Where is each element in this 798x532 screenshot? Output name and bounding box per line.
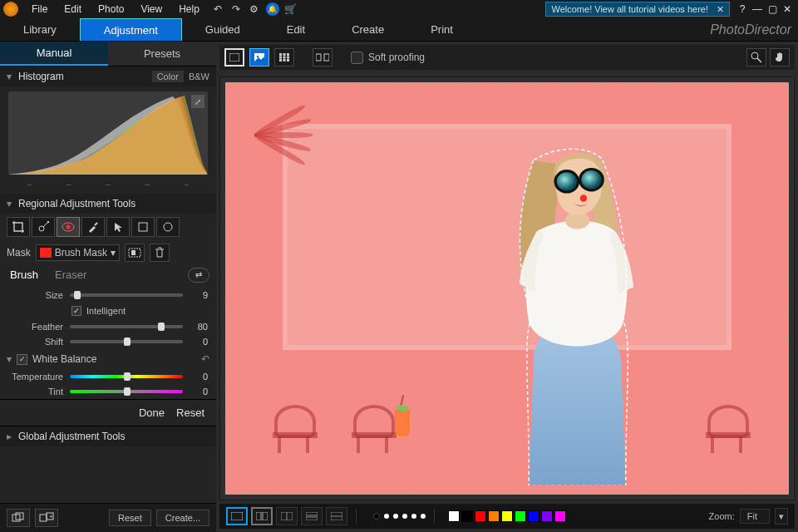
histogram-mode-bw[interactable]: B&W — [189, 71, 209, 81]
image-canvas[interactable] — [219, 76, 795, 500]
mask-name: Brush Mask — [55, 247, 107, 259]
view-single-icon[interactable] — [224, 48, 244, 66]
mask-invert-icon[interactable] — [125, 244, 145, 262]
maximize-button[interactable]: ▢ — [765, 2, 780, 17]
section-regional-tools[interactable]: ▾ Regional Adjustment Tools — [0, 194, 216, 214]
reset-button[interactable]: Reset — [176, 406, 204, 419]
menu-help[interactable]: Help — [170, 3, 208, 15]
tool-redeye[interactable] — [57, 217, 80, 237]
global-title: Global Adjustment Tools — [18, 431, 126, 442]
size-slider[interactable] — [70, 293, 183, 297]
view-grid-icon[interactable] — [274, 48, 294, 66]
menu-photo[interactable]: Photo — [90, 3, 132, 15]
svg-point-31 — [580, 195, 587, 201]
view-image-icon[interactable] — [249, 48, 269, 66]
pan-tool-icon[interactable] — [770, 48, 790, 66]
svg-rect-16 — [279, 53, 282, 56]
tool-gradient-radial[interactable] — [156, 217, 180, 237]
tab-eraser[interactable]: Eraser — [52, 267, 90, 283]
tool-gradient-linear[interactable] — [131, 217, 155, 237]
menu-view[interactable]: View — [132, 3, 170, 15]
nav-edit[interactable]: Edit — [264, 18, 328, 41]
done-button[interactable]: Done — [139, 406, 165, 419]
tool-select[interactable] — [106, 217, 130, 237]
white-balance-checkbox[interactable]: ✓ — [17, 354, 27, 365]
histogram-graph: ⤢ — [8, 91, 208, 175]
section-white-balance[interactable]: ▾ ✓ White Balance ↶ — [0, 349, 216, 369]
nav-print[interactable]: Print — [407, 18, 476, 41]
svg-rect-25 — [316, 54, 321, 61]
zoom-chevron-icon[interactable]: ▾ — [775, 508, 788, 525]
collapse-icon: ▾ — [7, 71, 15, 82]
close-button[interactable]: ✕ — [780, 2, 795, 17]
regional-title: Regional Adjustment Tools — [18, 198, 135, 209]
tab-presets[interactable]: Presets — [108, 42, 216, 66]
undo-button[interactable]: ↶ — [209, 1, 226, 17]
histogram-mode-color[interactable]: Color — [152, 71, 184, 82]
nav-guided[interactable]: Guided — [182, 18, 264, 41]
copy-adjustments-icon[interactable] — [7, 509, 30, 527]
footer-view-split[interactable] — [276, 507, 298, 525]
mask-dropdown[interactable]: Brush Mask ▾ — [36, 244, 120, 261]
svg-rect-24 — [287, 59, 289, 62]
shift-value: 0 — [190, 337, 208, 347]
nav-create[interactable]: Create — [328, 18, 407, 41]
promo-banner[interactable]: Welcome! View all tutorial videos here! … — [545, 2, 730, 17]
canvas-pane: Soft proofing — [216, 42, 798, 532]
footer-view-original[interactable] — [226, 507, 248, 525]
color-labels[interactable] — [448, 510, 566, 522]
reset-all-button[interactable]: Reset — [109, 510, 151, 526]
adjustment-panel: Manual Presets ▾ Histogram Color B&W ⤢ –… — [0, 42, 216, 532]
mask-delete-icon[interactable] — [150, 244, 170, 262]
notifications-icon[interactable]: 🔔 — [264, 1, 281, 17]
minimize-button[interactable]: — — [750, 2, 765, 17]
svg-rect-17 — [283, 53, 286, 56]
intelligent-label: Intelligent — [86, 306, 126, 316]
svg-point-5 — [164, 223, 172, 231]
tab-brush[interactable]: Brush — [7, 267, 42, 283]
svg-rect-4 — [139, 223, 147, 231]
help-icon[interactable]: ? — [735, 2, 750, 17]
tool-brush[interactable] — [81, 217, 105, 237]
section-global-tools[interactable]: ▸ Global Adjustment Tools — [0, 426, 216, 446]
swap-tool-icon[interactable]: ⇄ — [188, 268, 209, 283]
footer-view-hsplit[interactable] — [326, 507, 347, 525]
nav-library[interactable]: Library — [0, 18, 80, 41]
zoom-value: Fit — [747, 511, 757, 521]
white-balance-reset-icon[interactable]: ↶ — [201, 353, 209, 365]
svg-rect-7 — [131, 250, 135, 255]
soft-proofing-checkbox[interactable] — [351, 52, 363, 64]
section-histogram[interactable]: ▾ Histogram Color B&W — [0, 66, 216, 86]
intelligent-checkbox[interactable]: ✓ — [71, 306, 81, 316]
settings-icon[interactable]: ⚙ — [246, 1, 263, 17]
footer-view-side[interactable] — [251, 507, 273, 525]
nav-adjustment[interactable]: Adjustment — [80, 18, 182, 41]
promo-close-icon[interactable]: ✕ — [717, 4, 724, 15]
svg-rect-18 — [287, 53, 289, 56]
size-value: 9 — [190, 290, 208, 300]
svg-rect-23 — [283, 59, 286, 62]
tool-crop[interactable] — [7, 217, 30, 237]
zoom-tool-icon[interactable] — [746, 48, 766, 66]
redo-button[interactable]: ↷ — [228, 1, 244, 17]
create-preset-button[interactable]: Create... — [156, 510, 209, 526]
tint-slider[interactable] — [70, 390, 183, 393]
footer-view-stack[interactable] — [301, 507, 323, 525]
paste-adjustments-icon[interactable]: + — [35, 509, 58, 527]
menu-edit[interactable]: Edit — [56, 3, 90, 15]
rating-dots[interactable] — [373, 513, 426, 520]
cart-icon[interactable]: 🛒 — [283, 1, 299, 17]
temperature-slider[interactable] — [70, 375, 183, 378]
tool-spot[interactable] — [32, 217, 55, 237]
zoom-dropdown[interactable]: Fit — [740, 509, 770, 524]
tab-manual[interactable]: Manual — [0, 42, 108, 66]
feather-slider[interactable] — [70, 325, 183, 328]
svg-rect-32 — [231, 512, 243, 520]
soft-proofing-label: Soft proofing — [368, 52, 425, 63]
shift-slider[interactable] — [70, 340, 183, 343]
menu-file[interactable]: File — [23, 3, 56, 15]
temperature-label: Temperature — [8, 372, 63, 382]
expand-histogram-icon[interactable]: ⤢ — [191, 95, 204, 108]
collapse-icon: ▾ — [7, 198, 15, 209]
compare-icon[interactable] — [313, 48, 332, 66]
